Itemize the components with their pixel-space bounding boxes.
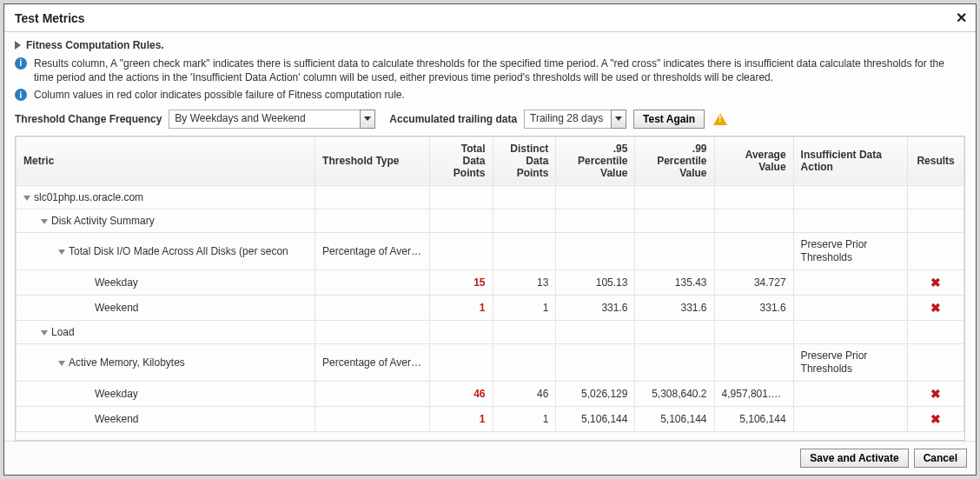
avg: 5,106,144 [714, 406, 793, 431]
col-metric[interactable]: Metric [17, 136, 315, 185]
col-results[interactable]: Results [908, 136, 964, 185]
info-text-2: Column values in red color indicates pos… [34, 88, 405, 102]
period-label: Weekday [17, 381, 315, 406]
info-line-2: i Column values in red color indicates p… [15, 88, 965, 102]
tree-row-host[interactable]: slc01php.us.oracle.com [17, 185, 964, 209]
total-points: 46 [429, 381, 493, 406]
metric-label: Active Memory, Kilobytes [69, 356, 185, 369]
fail-icon: ✖ [930, 387, 941, 401]
metrics-table-wrap[interactable]: Metric Threshold Type Total Data Points … [15, 136, 965, 441]
table-row: Weekday 46 46 5,026,129 5,308,640.2 4,95… [17, 381, 964, 406]
col-total-points[interactable]: Total Data Points [429, 136, 493, 185]
save-activate-button[interactable]: Save and Activate [800, 449, 908, 468]
threshold-freq-select[interactable]: By Weekdays and Weekend [169, 110, 375, 129]
host-label: slc01php.us.oracle.com [34, 191, 143, 203]
dialog-body: Fitness Computation Rules. i Results col… [4, 32, 976, 441]
avg: 331.6 [714, 295, 793, 320]
chevron-down-icon[interactable] [58, 361, 65, 366]
group-label: Disk Activity Summary [51, 215, 155, 227]
fail-icon: ✖ [930, 276, 941, 289]
cancel-button[interactable]: Cancel [914, 449, 967, 468]
distinct-points: 1 [493, 295, 556, 320]
p95: 5,026,129 [556, 381, 635, 406]
distinct-points: 13 [493, 269, 556, 295]
col-p95[interactable]: .95 Percentile Value [556, 136, 635, 185]
tree-row-metric[interactable]: Total Disk I/O Made Across All Disks (pe… [17, 232, 964, 269]
total-points: 15 [429, 269, 493, 295]
col-avg[interactable]: Average Value [714, 136, 793, 185]
p99: 331.6 [635, 295, 714, 320]
distinct-points: 46 [493, 381, 556, 406]
tree-row-group[interactable]: Load [17, 320, 964, 343]
trailing-data-select[interactable]: Trailing 28 days [524, 110, 626, 129]
dialog-footer: Save and Activate Cancel [4, 441, 976, 475]
p99: 135.43 [635, 269, 714, 295]
table-row: Weekday 15 13 105.13 135.43 34.727 ✖ [17, 269, 964, 295]
table-row: Weekend 1 1 331.6 331.6 331.6 ✖ [17, 295, 964, 320]
info-icon: i [15, 57, 27, 70]
chevron-right-icon [15, 41, 21, 50]
p95: 331.6 [556, 295, 635, 320]
avg: 34.727 [714, 269, 793, 295]
p99: 5,308,640.2 [635, 381, 714, 406]
close-icon[interactable]: ✕ [956, 10, 967, 26]
test-again-button[interactable]: Test Again [633, 110, 705, 129]
insufficient-action: Preserve Prior Thresholds [793, 343, 908, 381]
metric-label: Total Disk I/O Made Across All Disks (pe… [69, 245, 288, 257]
dialog-title: Test Metrics [15, 11, 85, 25]
p99: 5,106,144 [635, 406, 714, 431]
controls-row: Threshold Change Frequency By Weekdays a… [15, 110, 965, 129]
p95: 105.13 [556, 269, 635, 295]
threshold-freq-value: By Weekdays and Weekend [169, 110, 360, 129]
threshold-freq-label: Threshold Change Frequency [15, 113, 162, 125]
fail-icon: ✖ [930, 301, 941, 315]
col-insufficient-action[interactable]: Insufficient Data Action [793, 136, 908, 185]
chevron-down-icon[interactable] [23, 196, 30, 201]
fitness-rules-toggle[interactable]: Fitness Computation Rules. [15, 39, 965, 51]
fail-icon: ✖ [930, 412, 941, 426]
info-line-1: i Results column, A "green check mark" i… [15, 57, 965, 84]
chevron-down-icon[interactable] [360, 110, 375, 129]
period-label: Weekend [17, 406, 315, 431]
metrics-table: Metric Threshold Type Total Data Points … [16, 136, 964, 432]
tree-row-group[interactable]: Disk Activity Summary [17, 209, 964, 232]
avg: 4,957,801.652 [714, 381, 793, 406]
p95: 5,106,144 [556, 406, 635, 431]
trailing-data-value: Trailing 28 days [524, 110, 611, 129]
test-metrics-dialog: Test Metrics ✕ Fitness Computation Rules… [3, 3, 977, 476]
table-row: Weekend 1 1 5,106,144 5,106,144 5,106,14… [17, 406, 964, 431]
distinct-points: 1 [493, 406, 556, 431]
threshold-type: Percentage of Aver… [315, 232, 430, 269]
period-label: Weekday [17, 269, 315, 295]
chevron-down-icon[interactable] [611, 110, 626, 129]
info-icon: i [15, 89, 27, 101]
chevron-down-icon[interactable] [41, 219, 48, 224]
group-label: Load [51, 326, 75, 338]
threshold-type: Percentage of Aver… [315, 343, 430, 381]
total-points: 1 [429, 295, 493, 320]
chevron-down-icon[interactable] [41, 330, 48, 336]
insufficient-action: Preserve Prior Thresholds [793, 232, 908, 269]
chevron-down-icon[interactable] [58, 249, 65, 255]
info-text-1: Results column, A "green check mark" ind… [34, 57, 965, 84]
period-label: Weekend [17, 295, 315, 320]
tree-row-metric[interactable]: Active Memory, Kilobytes Percentage of A… [17, 343, 964, 381]
col-p99[interactable]: .99 Percentile Value [635, 136, 714, 185]
warning-icon [713, 113, 727, 125]
fitness-rules-label: Fitness Computation Rules. [26, 39, 164, 51]
col-distinct-points[interactable]: Distinct Data Points [493, 136, 556, 185]
col-threshold-type[interactable]: Threshold Type [315, 136, 430, 185]
table-header-row: Metric Threshold Type Total Data Points … [17, 136, 964, 185]
total-points: 1 [429, 406, 493, 431]
trailing-data-label: Accumulated trailing data [389, 113, 517, 125]
titlebar: Test Metrics ✕ [4, 4, 976, 32]
